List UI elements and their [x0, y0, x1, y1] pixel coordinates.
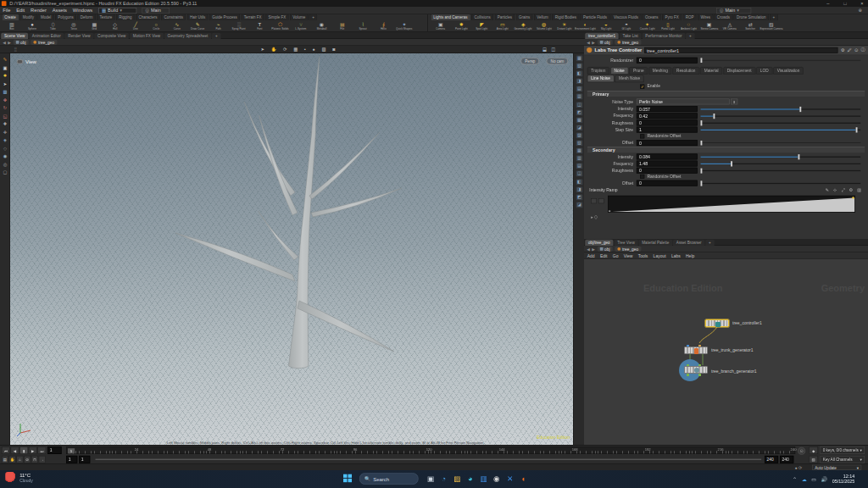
brush-icon[interactable]: 🖉 [848, 47, 852, 53]
pane-tab[interactable]: + [212, 32, 220, 39]
intensity-field[interactable]: 0.057 [637, 106, 698, 112]
node-name-field[interactable]: tree_controller1 [644, 47, 837, 53]
network-menu-item[interactable]: View [624, 253, 633, 258]
shelf-tab[interactable]: Oceans [642, 14, 660, 20]
taskbar-app-icon[interactable]: ◉ [492, 474, 502, 484]
pane-tab[interactable]: Motion FX View [130, 32, 164, 39]
shelf-tab[interactable]: + [770, 14, 778, 20]
pb-opt-icon-2[interactable]: ✋ [9, 456, 16, 463]
param-tab[interactable]: Visualization [773, 67, 804, 75]
network-menu-item[interactable]: Labs [671, 253, 681, 258]
playbar-zoom-icon[interactable]: ⊙ [798, 447, 805, 455]
help-icon[interactable]: ⊕ [859, 8, 863, 13]
timeline-ruler[interactable]: 1 24487296120144168192216240 [66, 446, 795, 454]
input-dot[interactable] [698, 364, 701, 367]
s-roughness-slider[interactable] [701, 168, 861, 174]
network-menu-item[interactable]: Go [613, 253, 619, 258]
ramp-toolbar-icons[interactable]: ✎ ⊹ ⤢ ⚙ ▥ [826, 188, 863, 193]
param-tab[interactable]: Tropism [587, 67, 609, 75]
output-dot[interactable] [687, 374, 689, 376]
param-tab[interactable]: Noise [610, 67, 628, 75]
param-subtab[interactable]: Line Noise [587, 75, 615, 82]
back-icon[interactable]: ◀ [587, 40, 590, 45]
shelf-tool[interactable]: ∿ Curve [167, 21, 187, 32]
pb-opt-icon-6[interactable]: → [39, 456, 46, 463]
viewport-display-icons[interactable]: ⬓ ◫ [542, 47, 557, 52]
shelf-tool[interactable]: ✦ Quick Shapes [394, 21, 415, 32]
ramp-preset-button[interactable] [591, 198, 597, 203]
network-icon[interactable]: ▭ [811, 476, 816, 482]
viewport-tool-icon[interactable]: ✛ [2, 129, 7, 134]
shelf-tool[interactable]: ◉ Metaball [312, 21, 332, 32]
stop-button[interactable]: ▮ [19, 446, 28, 454]
display-option-icon[interactable]: ▤ [576, 86, 582, 92]
start-button[interactable] [342, 474, 353, 484]
display-option-icon[interactable]: ◪ [576, 202, 582, 207]
tray-chevron-icon[interactable]: ⌃ [793, 476, 797, 482]
maximize-button[interactable]: □ [837, 0, 854, 7]
secondary-group-header[interactable]: Secondary [587, 147, 865, 152]
s-intensity-slider[interactable] [701, 154, 861, 160]
onedrive-icon[interactable]: ☁ [802, 476, 807, 482]
forward-icon[interactable]: ▶ [592, 40, 595, 45]
viewport-tool-icon[interactable]: ◈ [2, 137, 7, 142]
display-option-icon[interactable]: ◪ [576, 125, 582, 130]
display-option-icon[interactable]: ◩ [576, 194, 582, 199]
s-randomize-offset-checkbox[interactable] [640, 175, 644, 179]
viewport-tool-icon[interactable]: ◉ [2, 153, 7, 158]
range-end2-field[interactable]: 240 [780, 456, 793, 463]
pane-tab[interactable]: Tree View [614, 239, 637, 246]
scene-viewport[interactable]: View Persp No cam Left Mouse tumbles, Mi… [10, 53, 573, 445]
path-context-chip[interactable]: obj [597, 247, 612, 252]
shelf-tool[interactable]: ∮ Helix [374, 21, 394, 32]
display-option-icon[interactable]: ◩ [576, 109, 582, 114]
shelf-tool[interactable]: ◎ Torus [64, 21, 84, 32]
step-size-field[interactable]: 1 [637, 127, 698, 133]
viewport-tool-icon[interactable]: ↻ [2, 105, 7, 110]
shelf-tool[interactable]: ☀ Distant Light [554, 21, 575, 32]
pane-tab[interactable]: obj/tree_geo [585, 239, 613, 246]
keys-info-dropdown[interactable]: 0 keys, 0/0 channels▾ [821, 446, 865, 454]
shelf-tool[interactable]: ⌁ Path [209, 21, 229, 32]
shelf-tab[interactable]: Crowds [714, 14, 732, 20]
shelf-tab[interactable]: Model [38, 14, 54, 20]
menu-item[interactable]: Edit [16, 8, 25, 13]
main-selector-right[interactable]: ◎Main▾ [716, 8, 751, 14]
shelf-tool[interactable]: ✎ Draw Curve [187, 21, 208, 32]
viewport-tool-icon[interactable]: ▩ [2, 89, 7, 94]
network-menu-item[interactable]: Tools [638, 253, 648, 258]
shelf-tab[interactable]: Particles [494, 14, 515, 20]
jump-end-button[interactable]: ⏭ [37, 446, 46, 454]
shelf-tool[interactable]: ⬠ Platonic Solids [270, 21, 291, 32]
range-slider[interactable] [96, 459, 762, 460]
shelf-tool[interactable]: ◐ Environment Light [576, 21, 596, 32]
ramp-icon-button[interactable]: ▨ [809, 456, 818, 463]
shelf-tab[interactable]: Guide Process [209, 14, 240, 20]
pane-tab[interactable]: tree_controller1 [585, 32, 619, 39]
keyframe-icon-button[interactable]: ◆ [809, 446, 818, 454]
taskbar-app-icon[interactable]: ▣ [426, 474, 436, 484]
shelf-tab[interactable]: Create [2, 14, 19, 20]
shelf-tab[interactable]: Volume [290, 14, 309, 20]
shelf-tool[interactable]: ▯ Portal Light [658, 21, 678, 32]
shelf-tab[interactable]: Lights and Cameras [431, 14, 470, 20]
display-option-icon[interactable]: ▦ [576, 148, 582, 153]
node-tree-controller[interactable] [705, 319, 729, 327]
network-menu-item[interactable]: Layout [654, 253, 666, 258]
pane-tab[interactable]: + [686, 32, 694, 39]
shelf-tab[interactable]: Particle Fluids [580, 14, 609, 20]
viewport-tool-icon[interactable]: ✹ [2, 73, 7, 78]
menu-item[interactable]: File [3, 8, 10, 13]
viewport-tool-icon[interactable]: ▢ [2, 169, 7, 175]
frequency-field[interactable]: 0.42 [637, 114, 698, 119]
shelf-tool[interactable]: ▣ Camera [431, 21, 451, 32]
range-start-field[interactable]: 1 [66, 456, 77, 463]
input-dot[interactable] [687, 345, 689, 347]
viewport-tool-icon[interactable]: ✎ [2, 57, 7, 62]
primary-group-header[interactable]: Primary [587, 91, 865, 97]
close-button[interactable]: × [854, 0, 868, 7]
display-option-icon[interactable]: ◨ [576, 79, 582, 84]
display-option-icon[interactable]: ◧ [576, 179, 582, 184]
pane-tab[interactable]: + [705, 239, 714, 246]
pane-tab[interactable]: Animation Editor [29, 32, 64, 39]
